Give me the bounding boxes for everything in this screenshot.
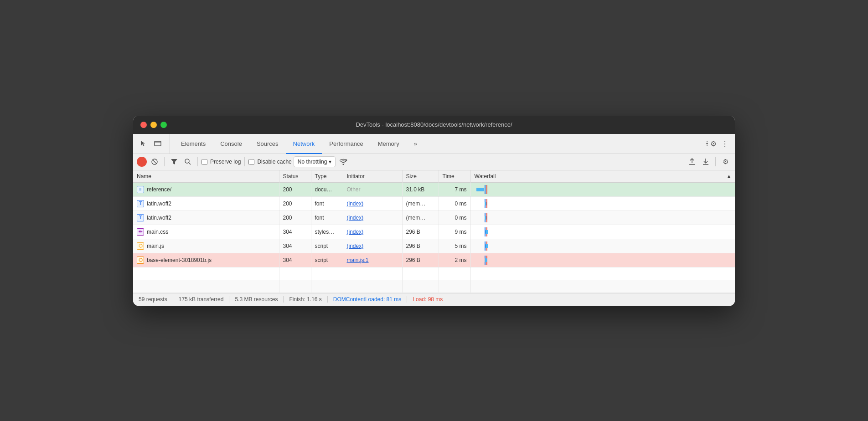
header-waterfall[interactable]: Waterfall ▲ [470, 170, 735, 183]
waterfall-bar [476, 188, 485, 191]
throttle-select[interactable]: No throttling ▾ [294, 156, 336, 167]
time-cell: 7 ms [439, 182, 470, 196]
js-file-icon: ⬡ [137, 242, 144, 250]
dock-icon[interactable] [151, 137, 164, 150]
download-icon[interactable] [700, 156, 712, 168]
devtools-body: Elements Console Sources Network Perform… [133, 134, 735, 306]
file-name: reference/ [147, 186, 171, 193]
status-transferred: 175 kB transferred [173, 296, 230, 303]
type-cell: font [311, 210, 343, 225]
status-finish: Finish: 1.16 s [284, 296, 327, 303]
tab-memory[interactable]: Memory [371, 134, 407, 154]
file-name: main.css [147, 229, 168, 235]
svg-line-3 [153, 160, 156, 164]
cursor-icon[interactable] [137, 137, 150, 150]
size-cell: (mem… [402, 196, 439, 210]
tab-network[interactable]: Network [286, 134, 322, 154]
status-cell: 200 [279, 210, 311, 225]
initiator-link[interactable]: (index) [347, 200, 364, 207]
titlebar: DevTools - localhost:8080/docs/devtools/… [133, 116, 735, 134]
maximize-button[interactable] [160, 122, 167, 128]
waterfall-cell [470, 182, 735, 196]
table-row[interactable]: Tlatin.woff2200font(index)(mem…0 ms [133, 196, 735, 210]
header-time[interactable]: Time [439, 170, 470, 183]
header-type[interactable]: Type [311, 170, 343, 183]
initiator-cell[interactable]: (index) [343, 210, 402, 225]
separator-1 [164, 157, 165, 166]
minimize-button[interactable] [150, 122, 157, 128]
waterfall-red-line [486, 199, 487, 208]
search-icon[interactable] [182, 156, 194, 168]
waterfall-red-line [486, 185, 487, 194]
initiator-cell[interactable]: main.js:1 [343, 253, 402, 267]
svg-line-6 [189, 163, 191, 164]
table-row[interactable]: ⬡base-element-3018901b.js304scriptmain.j… [133, 253, 735, 267]
separator-2 [197, 157, 198, 166]
initiator-cell[interactable]: (index) [343, 225, 402, 239]
upload-icon[interactable] [686, 156, 698, 168]
time-cell: 0 ms [439, 210, 470, 225]
table-body: ≡reference/200docu…Other31.0 kB7 ms Tlat… [133, 182, 735, 293]
initiator-cell[interactable]: (index) [343, 239, 402, 253]
wifi-settings-icon[interactable] [337, 156, 349, 168]
tab-elements[interactable]: Elements [174, 134, 213, 154]
table-row[interactable]: Tlatin.woff2200font(index)(mem…0 ms [133, 210, 735, 225]
waterfall-cell [470, 253, 735, 267]
initiator-link[interactable]: (index) [347, 243, 364, 249]
css-file-icon: ✏ [137, 228, 144, 236]
network-table: Name Status Type Initiator Size [133, 170, 735, 293]
js-red-file-icon: ⬡ [137, 257, 144, 264]
status-cell: 304 [279, 225, 311, 239]
table-header-row: Name Status Type Initiator Size [133, 170, 735, 183]
tab-more[interactable]: » [407, 134, 424, 154]
header-size[interactable]: Size [402, 170, 439, 183]
preserve-log-input[interactable] [202, 159, 207, 165]
status-cell: 200 [279, 196, 311, 210]
table-row[interactable]: ⬡ main.js http://localhost:8080/js/main.… [133, 239, 735, 253]
svg-marker-4 [171, 159, 177, 164]
waterfall-cell [470, 239, 735, 253]
header-name[interactable]: Name [133, 170, 279, 183]
initiator-cell[interactable]: (index) [343, 196, 402, 210]
header-status[interactable]: Status [279, 170, 311, 183]
disable-cache-input[interactable] [248, 159, 254, 165]
window-title: DevTools - localhost:8080/docs/devtools/… [356, 121, 512, 128]
record-button[interactable] [137, 157, 147, 167]
initiator-link[interactable]: main.js:1 [347, 257, 369, 263]
more-options-icon[interactable]: ⋮ [718, 137, 731, 150]
time-cell: 2 ms [439, 253, 470, 267]
time-cell: 5 ms [439, 239, 470, 253]
disable-cache-checkbox[interactable]: Disable cache [248, 159, 291, 165]
table-row[interactable]: ✏main.css304styles…(index)296 B9 ms [133, 225, 735, 239]
file-name: latin.woff2 [147, 215, 171, 221]
waterfall-cell [470, 225, 735, 239]
header-initiator[interactable]: Initiator [343, 170, 402, 183]
file-name: latin.woff2 [147, 200, 171, 207]
table-row[interactable]: ≡reference/200docu…Other31.0 kB7 ms [133, 182, 735, 196]
toolbar-right: ⚙ [686, 156, 731, 168]
preserve-log-checkbox[interactable]: Preserve log [202, 159, 241, 165]
file-name: base-element-3018901b.js [147, 257, 212, 263]
waterfall-red-line [486, 213, 487, 222]
type-cell: script [311, 239, 343, 253]
filter-icon[interactable] [168, 156, 180, 168]
status-bar: 59 requests 175 kB transferred 5.3 MB re… [133, 293, 735, 306]
tab-console[interactable]: Console [213, 134, 249, 154]
size-cell: (mem… [402, 210, 439, 225]
tab-bar-left-icons [137, 134, 170, 154]
waterfall-bar [485, 258, 488, 262]
separator-3 [244, 157, 245, 166]
network-table-wrapper: Name Status Type Initiator Size [133, 170, 735, 293]
separator-4 [715, 157, 716, 166]
clear-icon[interactable] [149, 156, 160, 168]
tab-sources[interactable]: Sources [249, 134, 286, 154]
close-button[interactable] [140, 122, 147, 128]
type-cell: script [311, 253, 343, 267]
network-settings-icon[interactable]: ⚙ [719, 156, 731, 168]
settings-icon[interactable]: ⚙ [704, 137, 717, 150]
tab-performance[interactable]: Performance [322, 134, 370, 154]
font-file-icon: T [137, 200, 144, 207]
initiator-link[interactable]: (index) [347, 215, 364, 221]
initiator-link[interactable]: (index) [347, 229, 364, 235]
size-cell: 31.0 kB [402, 182, 439, 196]
